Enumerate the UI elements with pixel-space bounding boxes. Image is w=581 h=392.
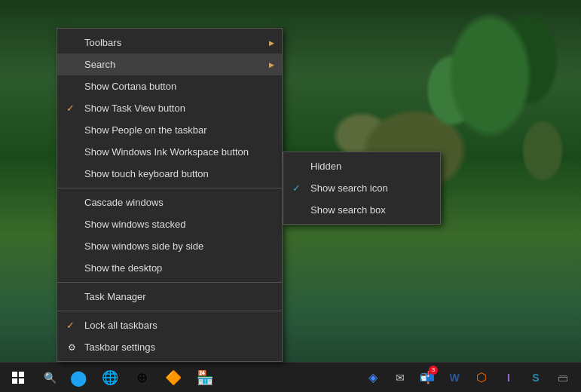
start-button[interactable]	[0, 363, 36, 393]
menu-item-show-search-box[interactable]: Show search box	[283, 199, 440, 221]
show-desktop-label: Show the desktop	[84, 262, 162, 274]
tray-icon-7[interactable]: S	[524, 363, 548, 393]
show-search-icon-label: Show search icon	[310, 182, 388, 194]
menu-item-show-touch-keyboard[interactable]: Show touch keyboard button	[57, 163, 282, 185]
lock-taskbars-label: Lock all taskbars	[84, 320, 157, 331]
menu-item-show-people[interactable]: Show People on the taskbar	[57, 119, 282, 141]
separator-2	[57, 282, 282, 283]
taskbar-search-button[interactable]: 🔍	[36, 363, 63, 393]
task-manager-label: Task Manager	[84, 291, 146, 302]
menu-item-show-windows-stacked[interactable]: Show windows stacked	[57, 213, 282, 235]
show-touch-keyboard-label: Show touch keyboard button	[84, 168, 209, 179]
menu-item-show-task-view[interactable]: Show Task View button	[57, 97, 282, 119]
show-search-box-label: Show search box	[310, 204, 386, 216]
context-menu-sub: Hidden Show search icon Show search box	[283, 152, 441, 225]
gear-icon: ⚙	[68, 342, 76, 353]
cascade-windows-label: Cascade windows	[84, 197, 164, 208]
menu-item-show-windows-side-by-side[interactable]: Show windows side by side	[57, 235, 282, 257]
tray-icon-5[interactable]: ⬡	[469, 363, 494, 393]
menu-item-lock-taskbars[interactable]: Lock all taskbars	[57, 314, 282, 336]
taskbar-settings-label: Taskbar settings	[84, 341, 155, 353]
context-menu-main: Toolbars Search Show Cortana button Show…	[57, 28, 283, 362]
taskbar-icon-store[interactable]: 🏪	[190, 363, 220, 393]
search-label: Search	[84, 59, 115, 70]
search-icon: 🔍	[44, 372, 57, 384]
tray-icon-mail[interactable]: ✉	[388, 363, 412, 393]
menu-item-hidden[interactable]: Hidden	[283, 155, 440, 177]
menu-item-show-search-icon[interactable]: Show search icon	[283, 177, 440, 199]
menu-item-toolbars[interactable]: Toolbars	[57, 32, 282, 54]
separator-1	[57, 188, 282, 188]
tray-icon-1[interactable]: ◈	[361, 363, 385, 393]
taskbar-icon-cortana[interactable]: ⬤	[63, 363, 93, 393]
hidden-label: Hidden	[310, 161, 341, 172]
tray-icon-6[interactable]: I	[497, 363, 521, 393]
windows-logo-icon	[12, 372, 24, 384]
taskbar: 🔍 ⬤ 🌐 ⊕ 🔶 🏪 ◈ ✉ 📬 3 W	[0, 362, 581, 392]
toolbars-label: Toolbars	[84, 37, 121, 48]
show-windows-ink-label: Show Windows Ink Workspace button	[84, 146, 249, 158]
tray-icon-8[interactable]: 🗃	[551, 363, 575, 393]
menu-item-show-windows-ink[interactable]: Show Windows Ink Workspace button	[57, 141, 282, 163]
taskbar-icon-chrome[interactable]: ⊕	[127, 363, 157, 393]
menu-item-taskbar-settings[interactable]: ⚙ Taskbar settings	[57, 336, 282, 358]
show-windows-stacked-label: Show windows stacked	[84, 219, 185, 230]
show-people-label: Show People on the taskbar	[84, 124, 207, 136]
menu-item-search[interactable]: Search	[57, 54, 282, 75]
show-windows-side-by-side-label: Show windows side by side	[84, 240, 203, 252]
show-task-view-label: Show Task View button	[84, 103, 185, 114]
menu-item-task-manager[interactable]: Task Manager	[57, 286, 282, 308]
show-cortana-label: Show Cortana button	[84, 81, 176, 92]
menu-item-show-desktop[interactable]: Show the desktop	[57, 257, 282, 279]
separator-3	[57, 311, 282, 311]
menu-item-show-cortana[interactable]: Show Cortana button	[57, 75, 282, 97]
taskbar-tray: ◈ ✉ 📬 3 W ⬡ I S 🗃	[361, 363, 581, 393]
taskbar-app-icons: ⬤ 🌐 ⊕ 🔶 🏪	[63, 363, 361, 393]
taskbar-icon-edge[interactable]: 🌐	[95, 363, 125, 393]
tray-icon-outlook[interactable]: 📬 3	[415, 363, 439, 393]
tray-icon-word[interactable]: W	[442, 363, 466, 393]
menu-item-cascade-windows[interactable]: Cascade windows	[57, 191, 282, 213]
taskbar-icon-firefox[interactable]: 🔶	[158, 363, 188, 393]
